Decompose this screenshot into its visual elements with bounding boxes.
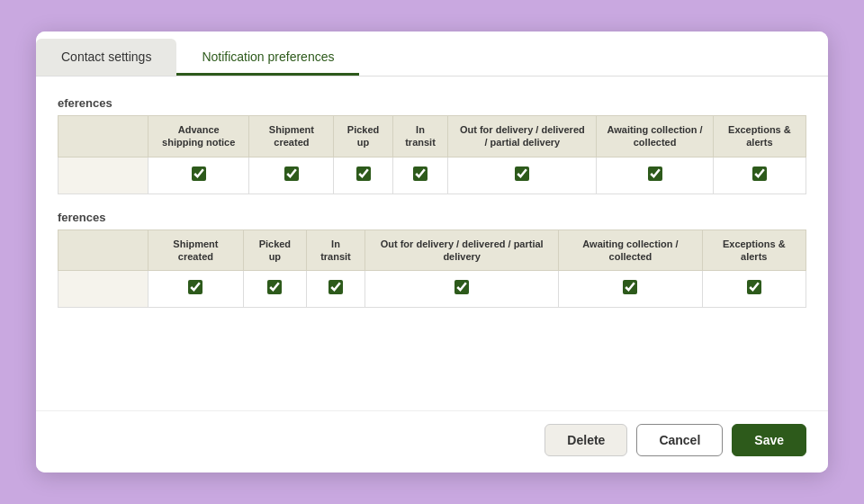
cancel-button[interactable]: Cancel <box>636 424 723 456</box>
s2-check-outfordelivery <box>365 271 559 308</box>
s2-checkbox-exceptions[interactable] <box>747 280 761 294</box>
s2-checkbox-shipment[interactable] <box>188 280 202 294</box>
s1-check-awaiting <box>597 157 713 194</box>
s1-check-outfordelivery <box>448 157 597 194</box>
section2-table: Shipment created Picked up In transit Ou… <box>58 230 806 309</box>
content-area: eferences Advance shipping notice Shipme… <box>36 76 828 410</box>
s2-check-shipment <box>148 271 244 308</box>
s1-checkbox-exceptions[interactable] <box>752 166 767 181</box>
delete-button[interactable]: Delete <box>544 424 627 456</box>
s1-col-picked-up: Picked up <box>334 116 392 158</box>
s1-col-shipment-created: Shipment created <box>249 116 334 158</box>
s2-check-awaiting <box>559 271 702 308</box>
s1-check-shipment <box>249 157 334 194</box>
s2-checkbox-awaiting[interactable] <box>623 280 637 294</box>
footer: Delete Cancel Save <box>36 410 828 472</box>
section1-table: Advance shipping notice Shipment created… <box>58 115 806 194</box>
tab-bar: Contact settings Notification preference… <box>36 32 828 76</box>
s2-row-label <box>58 271 148 308</box>
s2-checkbox-intransit[interactable] <box>328 280 343 294</box>
section2-title: ferences <box>58 211 806 224</box>
s1-row-label <box>58 157 148 194</box>
s1-checkbox-outfordelivery[interactable] <box>515 166 529 181</box>
section2: ferences Shipment created Picked up In t… <box>58 211 806 309</box>
s1-checkbox-intransit[interactable] <box>413 166 428 181</box>
s1-checkbox-awaiting[interactable] <box>648 166 662 181</box>
s2-col-label <box>58 230 148 271</box>
s1-checkbox-pickedup[interactable] <box>356 166 371 181</box>
s2-col-picked-up: Picked up <box>243 230 306 271</box>
table-row <box>58 157 806 194</box>
s2-col-exceptions-alerts: Exceptions & alerts <box>702 230 806 271</box>
s1-check-intransit <box>392 157 448 194</box>
s1-check-advance <box>148 157 249 194</box>
s1-col-in-transit: In transit <box>392 116 448 158</box>
section1-title: eferences <box>58 96 806 110</box>
s2-col-out-for-delivery: Out for delivery / delivered / partial d… <box>365 230 559 271</box>
s2-check-pickedup <box>243 271 306 308</box>
table-row <box>58 271 806 308</box>
s2-check-exceptions <box>702 271 806 308</box>
s1-col-out-for-delivery: Out for delivery / delivered / partial d… <box>448 116 597 158</box>
s1-check-pickedup <box>334 157 392 194</box>
s1-checkbox-advance[interactable] <box>192 166 206 181</box>
s1-col-label <box>58 116 148 158</box>
s2-col-awaiting-collection: Awaiting collection / collected <box>559 230 702 271</box>
save-button[interactable]: Save <box>732 424 806 456</box>
s1-col-awaiting-collection: Awaiting collection / collected <box>597 116 713 158</box>
s2-checkbox-pickedup[interactable] <box>267 280 282 294</box>
s1-checkbox-shipment[interactable] <box>284 166 299 181</box>
tab-contact-settings[interactable]: Contact settings <box>36 39 176 76</box>
s2-col-shipment-created: Shipment created <box>148 230 244 271</box>
section1: eferences Advance shipping notice Shipme… <box>58 96 806 194</box>
s2-check-intransit <box>306 271 364 308</box>
s1-col-exceptions-alerts: Exceptions & alerts <box>713 116 806 158</box>
tab-notification-preferences[interactable]: Notification preferences <box>176 39 359 76</box>
s2-col-in-transit: In transit <box>306 230 364 271</box>
s2-checkbox-outfordelivery[interactable] <box>454 280 469 294</box>
s1-check-exceptions <box>713 157 806 194</box>
modal: Contact settings Notification preference… <box>36 32 828 472</box>
s1-col-advance-shipping: Advance shipping notice <box>148 116 249 158</box>
